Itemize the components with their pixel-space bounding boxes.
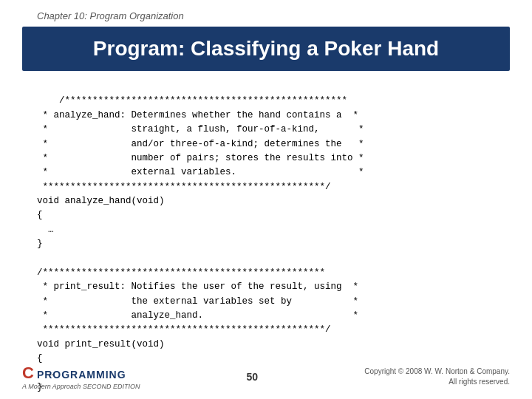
logo: C PROGRAMMING A Modern Approach SECOND E… bbox=[22, 364, 140, 390]
copyright: Copyright © 2008 W. W. Norton & Company.… bbox=[364, 366, 510, 387]
code-area: /***************************************… bbox=[37, 80, 510, 399]
copyright-line2: All rights reserved. bbox=[449, 378, 510, 386]
code-block-1: /***************************************… bbox=[37, 95, 364, 392]
footer: C PROGRAMMING A Modern Approach SECOND E… bbox=[0, 364, 532, 390]
logo-subtitle: A Modern Approach SECOND EDITION bbox=[22, 383, 140, 390]
page-number: 50 bbox=[247, 371, 259, 383]
slide-title: Program: Classifying a Poker Hand bbox=[22, 27, 510, 71]
chapter-label: Chapter 10: Program Organization bbox=[37, 10, 184, 21]
slide: Chapter 10: Program Organization Program… bbox=[0, 0, 532, 399]
logo-c-letter: C bbox=[22, 364, 34, 383]
copyright-line1: Copyright © 2008 W. W. Norton & Company. bbox=[364, 367, 510, 375]
logo-programming-text: PROGRAMMING bbox=[37, 369, 126, 381]
